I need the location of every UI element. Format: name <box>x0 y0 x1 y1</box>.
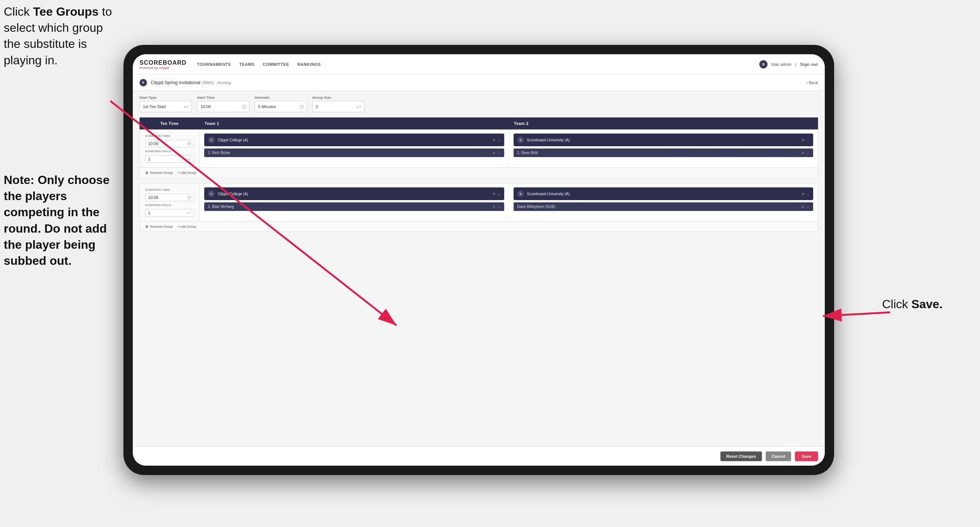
intervals-clock-icon: 🕐 <box>299 105 304 109</box>
start-time-label: Start Time <box>197 96 250 99</box>
player-remove-x-1[interactable]: ✕ <box>493 151 496 155</box>
player-controls-2-group1: ✕ ⌄ <box>802 151 810 155</box>
team-name-2-group2: Scoreboard University (A) <box>527 192 799 196</box>
player-chevron-g2p1[interactable]: ⌄ <box>498 205 501 209</box>
player-remove-x-team2[interactable]: ✕ <box>802 151 805 155</box>
team-chevron-1[interactable]: ⌄ <box>498 138 501 142</box>
player-controls-2-group2: ✕ ⌄ <box>802 205 810 209</box>
remove-group-button-1[interactable]: 🗑 Remove Group <box>145 171 173 175</box>
nav-rankings[interactable]: RANKINGS <box>298 61 321 68</box>
player-chevron-team2[interactable]: ⌄ <box>807 151 810 155</box>
group-left-2: STARTING TIME: 10:05 🕐 STARTING HOLE: 1 … <box>140 184 200 221</box>
player-remove-x-g2p2[interactable]: ✕ <box>802 205 805 209</box>
team-name-1-group2: Clippd College (A) <box>218 192 490 196</box>
back-button[interactable]: ‹ Back <box>807 80 818 85</box>
starting-hole-label-1: STARTING HOLE: <box>145 150 194 153</box>
breadcrumb-tournament: Clippd Spring Invitational <box>151 80 200 85</box>
save-button[interactable]: Save <box>795 451 818 461</box>
team-remove-x-g2t1[interactable]: ✕ <box>493 192 496 196</box>
breadcrumb-icon: B <box>140 79 147 86</box>
team-icon-1-group1: C <box>208 137 215 143</box>
player-name-2-group2: Dave Billingham (SUB) <box>517 205 799 209</box>
player-row-1-group2: 2. Blair McHarg ✕ ⌄ <box>204 202 504 211</box>
logo-title: SCOREBOARD <box>140 59 187 66</box>
start-time-input[interactable]: 10:00 🕐 <box>197 101 250 112</box>
nav-separator: | <box>795 62 796 67</box>
starting-time-label-1: STARTING TIME: <box>145 134 194 138</box>
player-row-2-group2: Dave Billingham (SUB) ✕ ⌄ <box>514 202 813 211</box>
team-chevron-g2t1[interactable]: ⌄ <box>498 192 501 196</box>
team-remove-x-g2t2[interactable]: ✕ <box>802 192 805 196</box>
player-name-1-group2: 2. Blair McHarg <box>208 205 490 209</box>
add-group-button-2[interactable]: + Add Group <box>177 225 196 229</box>
group-size-input[interactable]: 2 ▲▼ <box>312 101 365 112</box>
team-icon-2-group1: S <box>517 137 524 143</box>
col-team2: Team 2 <box>509 118 818 129</box>
tablet-frame: SCOREBOARD Powered by clippd TOURNAMENTS… <box>123 45 834 475</box>
intervals-input[interactable]: 5 Minutes 🕐 <box>255 101 307 112</box>
player-row-2-group1: 1. Rees Britt ✕ ⌄ <box>514 148 813 157</box>
group-actions-2: 🗑 Remove Group + Add Group <box>140 221 818 231</box>
group-section-1: STARTING TIME: 10:00 🕐 STARTING HOLE: 1 … <box>140 129 818 178</box>
team-name-1-group1: Clippd College (A) <box>218 138 490 142</box>
remove-group-button-2[interactable]: 🗑 Remove Group <box>145 225 173 229</box>
team-col-1-group1: C Clippd College (A) ✕ ⌄ 1. Rich Butler <box>200 130 509 167</box>
team-name-2-group1: Scoreboard University (A) <box>527 138 799 142</box>
starting-hole-label-2: STARTING HOLE: <box>145 204 194 207</box>
team-controls-1-group1: ✕ ⌄ <box>493 138 501 142</box>
team-chevron-2[interactable]: ⌄ <box>807 138 810 142</box>
tee-groups-annotation: Click Tee Groups to select which group t… <box>4 4 112 68</box>
group-size-field: Group Size 2 ▲▼ <box>312 96 365 112</box>
group-left-1: STARTING TIME: 10:00 🕐 STARTING HOLE: 1 … <box>140 130 200 167</box>
group-teams-1: C Clippd College (A) ✕ ⌄ 1. Rich Butler <box>200 130 818 167</box>
remove-group-icon-2: 🗑 <box>145 225 148 229</box>
nav-links: TOURNAMENTS TEAMS COMMITTEE RANKINGS <box>197 61 760 68</box>
nav-committee[interactable]: COMMITTEE <box>262 61 289 68</box>
player-row-1-group1: 1. Rich Butler ✕ ⌄ <box>204 148 504 157</box>
add-group-button-1[interactable]: + Add Group <box>177 171 196 175</box>
team-chevron-g2t2[interactable]: ⌄ <box>807 192 810 196</box>
team-card-1-group2[interactable]: C Clippd College (A) ✕ ⌄ <box>204 187 504 200</box>
team-remove-x-1[interactable]: ✕ <box>493 138 496 142</box>
team-remove-x-2[interactable]: ✕ <box>802 138 805 142</box>
reset-changes-button[interactable]: Reset Changes <box>721 451 762 461</box>
nav-user-area: B blair admin | Sign out <box>759 60 818 68</box>
team-col-2-group2: S Scoreboard University (A) ✕ ⌄ Dave Bil… <box>509 184 818 221</box>
player-chevron-1[interactable]: ⌄ <box>498 151 501 155</box>
starting-time-input-1[interactable]: 10:00 🕐 <box>145 140 194 147</box>
annotation-text-prefix: Click <box>4 5 33 18</box>
start-type-input[interactable]: 1st Tee Start ▲▼ <box>140 101 192 112</box>
team-controls-1-group2: ✕ ⌄ <box>493 192 501 196</box>
bottom-bar: Reset Changes Cancel Save <box>133 446 825 466</box>
starting-hole-input-2[interactable]: 1 ▲▼ <box>145 209 194 217</box>
team-icon-1-group2: C <box>208 190 215 197</box>
breadcrumb-hosting: Hosting <box>217 80 231 85</box>
group-size-chevrons: ▲▼ <box>356 105 361 108</box>
intervals-label: Intervals <box>255 96 307 99</box>
nav-tournaments[interactable]: TOURNAMENTS <box>197 61 231 68</box>
team-card-1-group1[interactable]: C Clippd College (A) ✕ ⌄ <box>204 134 504 146</box>
tablet-screen: SCOREBOARD Powered by clippd TOURNAMENTS… <box>133 54 825 466</box>
team-controls-2-group2: ✕ ⌄ <box>802 192 810 196</box>
group-section-2: STARTING TIME: 10:05 🕐 STARTING HOLE: 1 … <box>140 183 818 232</box>
table-header-row: Tee Time Team 1 Team 2 <box>140 118 818 129</box>
group-teams-2: C Clippd College (A) ✕ ⌄ 2. Blair McHarg <box>200 184 818 221</box>
navbar: SCOREBOARD Powered by clippd TOURNAMENTS… <box>133 54 825 75</box>
starting-hole-input-1[interactable]: 1 ▲▼ <box>145 155 194 163</box>
team-card-2-group2[interactable]: S Scoreboard University (A) ✕ ⌄ <box>514 187 813 200</box>
logo: SCOREBOARD Powered by clippd <box>140 59 187 70</box>
col-team1: Team 1 <box>199 118 509 129</box>
starting-time-input-2[interactable]: 10:05 🕐 <box>145 194 194 201</box>
player-remove-x-g2p1[interactable]: ✕ <box>493 205 496 209</box>
settings-row: Start Type 1st Tee Start ▲▼ Start Time 1… <box>140 96 818 112</box>
annotation-tee-groups-bold: Tee Groups <box>33 5 99 18</box>
cancel-button[interactable]: Cancel <box>766 451 791 461</box>
sign-out-link[interactable]: Sign out <box>800 61 818 68</box>
nav-teams[interactable]: TEAMS <box>239 61 255 68</box>
player-chevron-g2p2[interactable]: ⌄ <box>807 205 810 209</box>
logo-subtitle: Powered by clippd <box>140 66 187 70</box>
col-tee-time: Tee Time <box>140 118 199 129</box>
group-row-1: STARTING TIME: 10:00 🕐 STARTING HOLE: 1 … <box>140 130 818 167</box>
start-type-field: Start Type 1st Tee Start ▲▼ <box>140 96 192 112</box>
team-card-2-group1[interactable]: S Scoreboard University (A) ✕ ⌄ <box>514 134 813 146</box>
